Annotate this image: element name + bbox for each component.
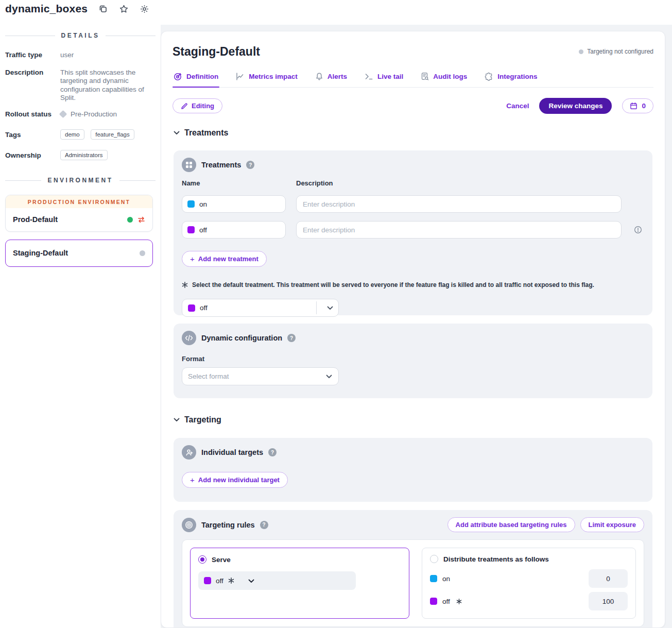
format-select[interactable]: Select format xyxy=(182,367,339,385)
distribution-name-off-wrap: off xyxy=(430,598,589,605)
editing-button[interactable]: Editing xyxy=(173,98,222,113)
serve-panel[interactable]: Serve off xyxy=(190,548,409,619)
treatment-color-swatch-off xyxy=(430,598,437,605)
tab-definition[interactable]: Definition xyxy=(173,71,219,87)
treatments-card: Treatments ? Name Description on off xyxy=(174,150,652,315)
asterisk-icon xyxy=(182,282,188,288)
targeting-rules-help-icon[interactable]: ? xyxy=(260,521,268,529)
tab-alerts[interactable]: Alerts xyxy=(314,71,348,87)
tab-bar: Definition Metrics impact Alerts xyxy=(173,71,653,88)
chevron-down-icon xyxy=(174,131,180,135)
star-icon[interactable] xyxy=(118,4,129,14)
add-individual-target-button[interactable]: + Add new individual target xyxy=(182,472,288,488)
treatment-color-swatch-on xyxy=(187,200,195,208)
distribute-panel[interactable]: Distribute treatments as follows on 0 of… xyxy=(422,548,636,619)
treatments-card-header: Treatments ? xyxy=(182,158,644,172)
info-icon[interactable] xyxy=(632,226,644,234)
owner-chip[interactable]: Administrators xyxy=(60,150,108,160)
treatment-name-on: on xyxy=(199,200,207,208)
env-name-staging: Staging-Default xyxy=(13,249,140,257)
serve-treatment-select[interactable]: off xyxy=(198,571,356,590)
traffic-type-value: user xyxy=(60,51,149,60)
treatments-section-toggle[interactable]: Treatments xyxy=(174,128,652,138)
add-new-treatment-button[interactable]: + Add new treatment xyxy=(182,251,267,267)
swap-arrows-icon[interactable] xyxy=(137,216,145,223)
individual-targets-header: Individual targets ? xyxy=(182,445,644,460)
targeting-rules-title: Targeting rules xyxy=(201,521,255,529)
cancel-button[interactable]: Cancel xyxy=(506,102,529,110)
asterisk-icon xyxy=(456,599,462,604)
limit-exposure-button[interactable]: Limit exposure xyxy=(580,517,644,532)
rollout-status-label: Rollout status xyxy=(5,110,60,118)
dynamic-config-help-icon[interactable]: ? xyxy=(287,334,296,342)
dynamic-config-title: Dynamic configuration xyxy=(201,334,282,342)
rollout-status-value: Pre-Production xyxy=(71,110,117,119)
targeting-section-toggle[interactable]: Targeting xyxy=(174,415,652,425)
tab-audit-logs[interactable]: Audit logs xyxy=(420,71,468,87)
tab-live-tail[interactable]: Live tail xyxy=(364,71,404,87)
treatment-description-input-on[interactable] xyxy=(296,195,622,213)
ownership-row: Ownership Administrators xyxy=(5,150,149,160)
ownership-label: Ownership xyxy=(5,151,60,159)
distribute-label: Distribute treatments as follows xyxy=(443,555,549,563)
plus-icon: + xyxy=(190,254,195,263)
serve-radio[interactable] xyxy=(198,555,206,564)
editing-label: Editing xyxy=(192,102,214,110)
tab-label: Live tail xyxy=(377,73,403,80)
env-row-prod: Prod-Default xyxy=(6,208,152,231)
add-attribute-rules-button[interactable]: Add attribute based targeting rules xyxy=(447,517,575,532)
pencil-icon xyxy=(181,103,188,110)
toolbar-right: Cancel Review changes 0 xyxy=(506,98,653,114)
distribution-row-on: on 0 xyxy=(430,569,628,588)
env-card-staging[interactable]: Staging-Default xyxy=(5,240,153,267)
description-value: This split showcases the targeting and d… xyxy=(60,69,149,103)
gear-icon[interactable] xyxy=(139,4,149,14)
audit-log-icon xyxy=(421,72,429,81)
targeting-rules-header: Targeting rules ? Add attribute based ta… xyxy=(182,517,644,532)
tab-label: Definition xyxy=(186,73,218,80)
individual-targets-card: Individual targets ? + Add new individua… xyxy=(174,438,652,502)
treatment-color-swatch-off xyxy=(204,577,211,584)
individual-targets-help-icon[interactable]: ? xyxy=(268,448,277,456)
distribution-value-on[interactable]: 0 xyxy=(589,569,628,588)
plus-icon: + xyxy=(190,476,195,484)
distribution-value-off[interactable]: 100 xyxy=(589,592,628,610)
tag-chip[interactable]: demo xyxy=(60,129,84,140)
treatments-grid-icon xyxy=(182,158,196,172)
tab-integrations[interactable]: Integrations xyxy=(484,71,538,87)
description-label: Description xyxy=(5,69,60,103)
tab-label: Audit logs xyxy=(433,73,467,80)
ownership-values: Administrators xyxy=(60,150,149,160)
chevron-down-icon xyxy=(321,306,338,310)
change-queue-button[interactable]: 0 xyxy=(622,98,653,113)
tab-label: Metrics impact xyxy=(249,73,298,80)
env-card-prod[interactable]: PRODUCTION ENVIRONMENT Prod-Default xyxy=(5,195,153,232)
chevron-down-icon xyxy=(326,375,332,379)
default-treatment-select[interactable]: off xyxy=(182,299,339,317)
tab-metrics-impact[interactable]: Metrics impact xyxy=(235,71,299,87)
treatment-name-off: off xyxy=(199,226,207,234)
default-treatment-value: off xyxy=(200,304,208,312)
add-individual-target-label: Add new individual target xyxy=(198,476,280,484)
description-column-header: Description xyxy=(296,179,622,187)
copy-icon[interactable] xyxy=(98,4,108,14)
chevron-down-icon xyxy=(174,418,180,422)
treatment-description-input-off[interactable] xyxy=(296,221,622,239)
distribute-radio-row: Distribute treatments as follows xyxy=(430,555,628,563)
rollout-diamond-icon xyxy=(59,110,67,118)
traffic-type-row: Traffic type user xyxy=(5,51,149,60)
treatment-name-field-on[interactable]: on xyxy=(182,195,286,213)
targeting-rules-card: Targeting rules ? Add attribute based ta… xyxy=(174,510,652,628)
rollout-status-value-wrap: Pre-Production xyxy=(60,110,149,119)
add-new-treatment-label: Add new treatment xyxy=(198,255,259,263)
treatments-card-title: Treatments xyxy=(201,161,241,169)
treatments-help-icon[interactable]: ? xyxy=(246,161,254,169)
distribute-radio[interactable] xyxy=(430,555,438,563)
env-name-prod: Prod-Default xyxy=(13,215,127,224)
tag-chip[interactable]: feature_flags xyxy=(91,129,134,140)
status-text: Targeting not configured xyxy=(587,48,653,55)
chevron-down-icon xyxy=(248,577,254,585)
review-changes-button[interactable]: Review changes xyxy=(539,98,612,114)
treatment-name-field-off[interactable]: off xyxy=(182,221,286,239)
metrics-impact-icon xyxy=(236,72,245,81)
